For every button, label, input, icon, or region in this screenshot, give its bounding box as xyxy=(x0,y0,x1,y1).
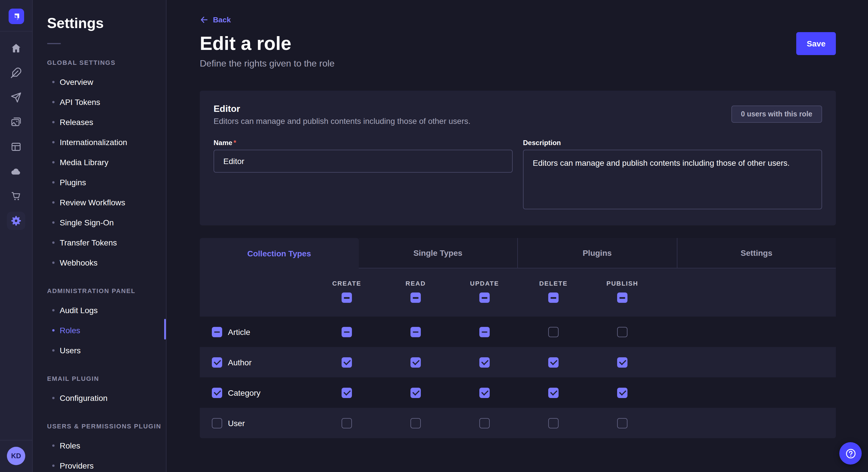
column-label: PUBLISH xyxy=(607,280,639,287)
perm-cell-publish xyxy=(588,357,657,367)
sidebar-item-label: Single Sign-On xyxy=(60,217,114,227)
sidebar-item-label: Transfer Tokens xyxy=(60,238,117,247)
tab-single-types[interactable]: Single Types xyxy=(359,238,517,268)
sidebar-item-label: Plugins xyxy=(60,177,86,187)
column-header-read: READ xyxy=(381,280,450,303)
checkbox-checked[interactable] xyxy=(479,387,490,398)
tab-label: Settings xyxy=(741,248,772,258)
checkbox-indeterminate[interactable] xyxy=(410,327,421,337)
save-button[interactable]: Save xyxy=(797,32,836,55)
rail-item-deploy[interactable] xyxy=(7,88,25,107)
checkbox-checked[interactable] xyxy=(342,387,352,398)
name-label: Name * xyxy=(214,139,513,147)
rail-item-content-manager[interactable] xyxy=(7,138,25,156)
sidebar-sections: GLOBAL SETTINGSOverviewAPI TokensRelease… xyxy=(33,59,166,472)
checkbox-unchecked[interactable] xyxy=(548,327,559,337)
checkbox-indeterminate[interactable] xyxy=(479,293,490,303)
sidebar-item-audit-logs[interactable]: Audit Logs xyxy=(33,300,166,320)
checkbox-indeterminate[interactable] xyxy=(617,293,627,303)
rail-item-home[interactable] xyxy=(7,39,25,57)
sidebar-item-roles[interactable]: Roles xyxy=(33,435,166,456)
sidebar-item-plugins[interactable]: Plugins xyxy=(33,172,166,192)
column-header-update: UPDATE xyxy=(450,280,519,303)
feather-icon xyxy=(10,67,22,78)
column-label: READ xyxy=(406,280,426,287)
tab-plugins[interactable]: Plugins xyxy=(517,238,677,268)
back-link[interactable]: Back xyxy=(200,15,231,24)
sidebar-item-internationalization[interactable]: Internationalization xyxy=(33,132,166,152)
checkbox-indeterminate[interactable] xyxy=(548,293,559,303)
sidebar-item-webhooks[interactable]: Webhooks xyxy=(33,252,166,272)
rail-item-settings[interactable] xyxy=(7,212,25,230)
description-textarea[interactable]: Editors can manage and publish contents … xyxy=(523,150,822,209)
checkbox-unchecked[interactable] xyxy=(617,327,627,337)
perm-cell-create xyxy=(312,387,381,398)
required-asterisk: * xyxy=(234,139,236,147)
sidebar-item-single-sign-on[interactable]: Single Sign-On xyxy=(33,212,166,232)
sidebar-item-api-tokens[interactable]: API Tokens xyxy=(33,92,166,112)
checkbox-indeterminate[interactable] xyxy=(342,293,352,303)
checkbox-unchecked[interactable] xyxy=(548,418,559,428)
checkbox-indeterminate[interactable] xyxy=(212,327,222,337)
checkbox-checked[interactable] xyxy=(479,357,490,367)
tab-label: Collection Types xyxy=(247,248,311,258)
tab-collection-types[interactable]: Collection Types xyxy=(200,238,359,268)
gear-icon xyxy=(10,215,22,227)
rail-item-content-type-builder[interactable] xyxy=(7,64,25,82)
sidebar-item-media-library[interactable]: Media Library xyxy=(33,152,166,172)
checkbox-checked[interactable] xyxy=(548,387,559,398)
sidebar-item-users[interactable]: Users xyxy=(33,340,166,360)
strapi-logo[interactable] xyxy=(8,9,24,24)
sidebar-item-label: Roles xyxy=(60,326,81,335)
permission-row-user: User xyxy=(200,408,836,438)
perm-cell-create xyxy=(312,357,381,367)
page-title: Edit a role xyxy=(200,33,291,54)
bullet-icon xyxy=(52,241,55,243)
sidebar-title-divider xyxy=(47,43,61,44)
sidebar-item-review-workflows[interactable]: Review Workflows xyxy=(33,192,166,212)
sidebar-item-providers[interactable]: Providers xyxy=(33,456,166,472)
name-input[interactable] xyxy=(214,150,513,173)
permissions-table: CREATEREADUPDATEDELETEPUBLISH ArticleAut… xyxy=(200,268,836,438)
checkbox-checked[interactable] xyxy=(212,387,222,398)
sidebar-item-transfer-tokens[interactable]: Transfer Tokens xyxy=(33,232,166,252)
perm-cell-read xyxy=(381,418,450,428)
sidebar-item-configuration[interactable]: Configuration xyxy=(33,388,166,408)
sidebar-item-roles[interactable]: Roles xyxy=(33,320,166,340)
checkbox-indeterminate[interactable] xyxy=(479,327,490,337)
rail-item-marketplace[interactable] xyxy=(7,187,25,205)
page-header: Edit a role Save xyxy=(200,32,836,55)
checkbox-indeterminate[interactable] xyxy=(342,327,352,337)
help-button[interactable] xyxy=(839,442,862,465)
cloud-icon xyxy=(10,166,22,177)
checkbox-indeterminate[interactable] xyxy=(410,293,421,303)
row-label-cell: Category xyxy=(200,387,312,398)
sidebar-item-overview[interactable]: Overview xyxy=(33,72,166,92)
perm-cell-delete xyxy=(519,418,588,428)
rail-item-cloud[interactable] xyxy=(7,162,25,181)
bullet-icon xyxy=(52,101,55,103)
bullet-icon xyxy=(52,444,55,446)
checkbox-unchecked[interactable] xyxy=(479,418,490,428)
sidebar-section-header: ADMINISTRATION PANEL xyxy=(47,287,166,295)
checkbox-checked[interactable] xyxy=(410,357,421,367)
bullet-icon xyxy=(52,121,55,123)
avatar[interactable]: KD xyxy=(7,447,25,465)
checkbox-unchecked[interactable] xyxy=(342,418,352,428)
column-header-create: CREATE xyxy=(312,280,381,303)
checkbox-checked[interactable] xyxy=(410,387,421,398)
checkbox-checked[interactable] xyxy=(617,387,627,398)
checkbox-unchecked[interactable] xyxy=(212,418,222,428)
sidebar-item-label: Releases xyxy=(60,117,93,127)
checkbox-checked[interactable] xyxy=(617,357,627,367)
tab-settings[interactable]: Settings xyxy=(677,238,836,268)
rail-item-media-library[interactable] xyxy=(7,113,25,131)
checkbox-checked[interactable] xyxy=(342,357,352,367)
sidebar-item-releases[interactable]: Releases xyxy=(33,112,166,132)
checkbox-unchecked[interactable] xyxy=(410,418,421,428)
checkbox-unchecked[interactable] xyxy=(617,418,627,428)
checkbox-checked[interactable] xyxy=(548,357,559,367)
bullet-icon xyxy=(52,221,55,224)
users-with-role-badge[interactable]: 0 users with this role xyxy=(731,105,822,123)
checkbox-checked[interactable] xyxy=(212,357,222,367)
